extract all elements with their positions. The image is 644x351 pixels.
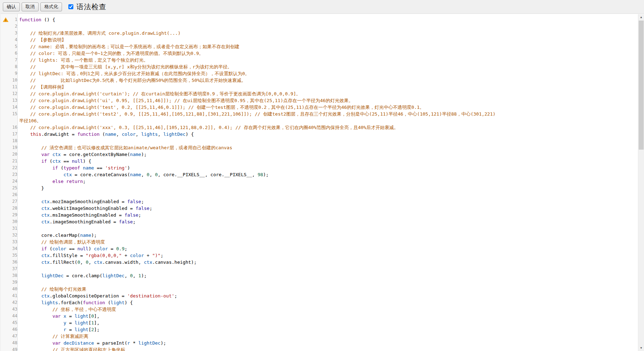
code-text: ctx.mozImageSmoothingEnabled = false; [19,198,638,205]
scrollbar-thumb[interactable] [639,21,644,150]
code-line[interactable]: 14 // core.plugin.drawLight('test', 0.2,… [1,104,638,111]
code-text: var ctx = core.getContextByName(name); [19,151,638,158]
line-number: 46 [10,326,19,333]
code-text: if (color == null) color = 0.9; [19,245,638,252]
gutter-marker-cell [1,292,10,299]
code-line[interactable]: 3 // 绘制灯光/漆黑层效果。调用方式 core.plugin.drawLig… [1,30,638,37]
line-number: 28 [10,205,19,212]
scroll-up-arrow-icon[interactable]: ▲ [638,14,644,20]
code-line[interactable]: 11 // 【调用样例】 [1,84,638,90]
code-line[interactable]: 44 var x = light[0], [1,313,638,319]
code-line[interactable]: 4 // 【参数说明】 [1,37,638,43]
code-text: lightDec = core.clamp(lightDec, 0, 1); [19,272,638,279]
code-line[interactable]: 25 } [1,185,638,191]
code-text [19,191,638,198]
code-line[interactable]: 40 // 绘制每个灯光效果 [1,286,638,292]
code-line[interactable]: 13 // core.plugin.drawLight('ui', 0.95, … [1,97,638,104]
code-text: // 比如lightDec为0.5代表，每个灯光部分内圈50%的范围全亮，50%… [19,77,638,84]
code-line[interactable]: 36 ctx.fillRect(0, 0, ctx.canvas.width, … [1,259,638,266]
code-line[interactable]: 29 ctx.msImageSmoothingEnabled = false; [1,212,638,218]
code-line[interactable]: 39 [1,279,638,286]
code-text: // 正方形区域的直径和左上角坐标 [19,346,638,351]
code-text: // name: 必填，要绘制到的画布名；可以是一个系统画布，或者是个自定义画布… [19,43,638,50]
code-line[interactable]: 28 ctx.webkitImageSmoothingEnabled = fal… [1,205,638,212]
vertical-scrollbar[interactable]: ▲ ▼ [638,14,644,351]
code-line[interactable]: 20 var ctx = core.getContextByName(name)… [1,151,638,158]
code-line[interactable]: 35 ctx.fillStyle = "rgba(0,0,0," + color… [1,252,638,259]
line-number: 26 [10,191,19,198]
gutter-marker-cell [1,144,10,151]
line-number: 31 [10,225,19,232]
gutter-marker-cell [1,279,10,286]
code-text: core.clearMap(name); [19,232,638,239]
code-line[interactable]: 17 this.drawLight = function (name, colo… [1,131,638,138]
gutter-marker-cell [1,306,10,313]
code-line[interactable]: 32 core.clearMap(name); [1,232,638,239]
code-line[interactable]: 47 // 计算衰减距离 [1,333,638,340]
code-line[interactable]: 42 lights.forEach(function (light) { [1,299,638,306]
code-line[interactable]: 37 [1,266,638,272]
code-line[interactable]: 45 y = light[1], [1,319,638,326]
code-text: y = light[1], [19,319,638,326]
code-line[interactable]: 5 // name: 必填，要绘制到的画布名；可以是一个系统画布，或者是个自定义… [1,43,638,50]
code-text: // color: 可选，只能是一个0~1之间的数，为不透明度的值。不填则默认为… [19,50,638,57]
code-line[interactable]: 41 ctx.globalCompositeOperation = 'desti… [1,292,638,299]
code-text: // 【参数说明】 [19,37,638,43]
gutter-marker-cell [1,299,10,306]
code-text [19,266,638,272]
gutter-marker-cell [1,111,10,124]
code-line[interactable]: 9 // lightDec: 可选，0到1之间，光从多少百分比才开始衰减（在此范… [1,70,638,77]
syntax-check-checkbox[interactable] [68,4,73,9]
code-line[interactable]: 34 if (color == null) color = 0.9; [1,245,638,252]
code-line[interactable]: 18 [1,138,638,144]
code-line[interactable]: 38 lightDec = core.clamp(lightDec, 0, 1)… [1,272,638,279]
confirm-button[interactable]: 确认 [3,2,20,11]
code-text: ctx = core.createCanvas(name, 0, 0, core… [19,171,638,178]
line-number: 7 [10,57,19,63]
code-text: // core.plugin.drawLight('curtain'); // … [19,90,638,97]
line-number: 10 [10,77,19,84]
gutter-marker-cell [1,198,10,205]
code-line[interactable]: 7 // lights: 可选，一个数组，定义了每个独立的灯光。 [1,57,638,63]
gutter-marker-cell [1,165,10,171]
line-number: 33 [10,239,19,245]
format-button[interactable]: 格式化 [40,2,62,11]
line-number: 43 [10,306,19,313]
code-line[interactable]: 8 // 其中每一项是三元组 [x,y,r] x和y分别为该灯光的横纵坐标，r为… [1,63,638,70]
code-line[interactable]: 49 // 正方形区域的直径和左上角坐标 [1,346,638,351]
code-line[interactable]: 48 var decDistance = parseInt(r * lightD… [1,340,638,346]
code-editor[interactable]: 1function () {23 // 绘制灯光/漆黑层效果。调用方式 core… [1,13,644,351]
code-line[interactable]: 2 [1,23,638,30]
gutter-marker-cell [1,97,10,104]
code-line[interactable]: 21 if (ctx == null) { [1,158,638,165]
code-line[interactable]: 16 // core.plugin.drawLight('xxx', 0.3, … [1,124,638,131]
code-line[interactable]: 26 [1,191,638,198]
code-line[interactable]: 27 ctx.mozImageSmoothingEnabled = false; [1,198,638,205]
scroll-down-arrow-icon[interactable]: ▼ [638,345,644,351]
code-line[interactable]: 22 if (typeof name == 'string') [1,165,638,171]
code-text: // 其中每一项是三元组 [x,y,r] x和y分别为该灯光的横纵坐标，r为该灯… [19,63,638,70]
code-line[interactable]: 23 ctx = core.createCanvas(name, 0, 0, c… [1,171,638,178]
code-line[interactable]: 19 // 清空色调层；也可以修改成其它层比如animate/weather层，… [1,144,638,151]
code-line[interactable]: 15 // core.plugin.drawLight('test2', 0.9… [1,111,638,124]
line-number: 36 [10,259,19,266]
code-line[interactable]: 43 // 坐标，半径，中心不透明度 [1,306,638,313]
code-line[interactable]: 10 // 比如lightDec为0.5代表，每个灯光部分内圈50%的范围全亮，… [1,77,638,84]
line-number: 25 [10,185,19,191]
gutter-marker-cell [1,43,10,50]
code-line[interactable]: 31 [1,225,638,232]
code-line[interactable]: 46 r = light[2]; [1,326,638,333]
line-number: 30 [10,218,19,225]
code-line[interactable]: 33 // 绘制色调层，默认不透明度 [1,239,638,245]
toolbar: 确认 取消 格式化 语法检查 [0,0,644,13]
code-lines-container: 1function () {23 // 绘制灯光/漆黑层效果。调用方式 core… [1,16,638,351]
code-line[interactable]: 12 // core.plugin.drawLight('curtain'); … [1,90,638,97]
code-line[interactable]: 30 ctx.imageSmoothingEnabled = false; [1,218,638,225]
gutter-marker-cell [1,178,10,185]
gutter-marker-cell [1,326,10,333]
cancel-button[interactable]: 取消 [22,2,39,11]
code-line[interactable]: 6 // color: 可选，只能是一个0~1之间的数，为不透明度的值。不填则默… [1,50,638,57]
code-line[interactable]: 1function () { [1,16,638,23]
code-line[interactable]: 24 else return; [1,178,638,185]
line-number: 39 [10,279,19,286]
